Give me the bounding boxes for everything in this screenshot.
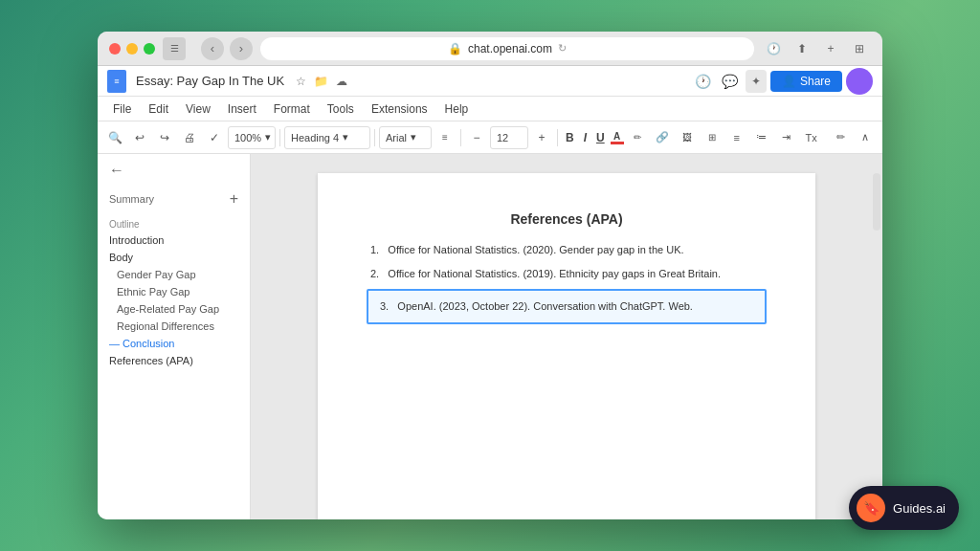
activity-icon[interactable]: 🕐 [692, 70, 715, 93]
divider-1 [279, 129, 280, 146]
divider-2 [374, 129, 375, 146]
extensions-icon[interactable]: ⊞ [848, 37, 871, 60]
star-icon[interactable]: ☆ [294, 73, 308, 90]
outline-title: Outline [98, 215, 250, 231]
indent-btn[interactable]: ⇥ [775, 126, 798, 149]
sidebar-header: Summary + [98, 187, 250, 215]
document-area[interactable]: References (APA) 1. Office for National … [251, 154, 882, 519]
docs-tab-bar: ≡ Essay: Pay Gap In The UK ☆ 📁 ☁ 🕐 💬 ✦ 👤… [98, 66, 882, 97]
close-button[interactable] [109, 43, 121, 55]
style-dropdown[interactable]: Heading 4 ▾ [284, 126, 370, 149]
cloud-save-icon[interactable]: ☁ [334, 73, 349, 90]
outline-ethnic-pay-gap[interactable]: Ethnic Pay Gap [98, 283, 250, 300]
spellcheck-btn[interactable]: ✓ [203, 126, 226, 149]
menu-extensions[interactable]: Extensions [364, 99, 435, 119]
image-btn[interactable]: 🖼 [676, 126, 699, 149]
add-section-btn[interactable]: + [230, 190, 238, 208]
toolbar: 🔍 ↩ ↪ 🖨 ✓ 100% ▾ Heading 4 ▾ Arial ▾ ≡ −… [98, 121, 882, 154]
scrollbar[interactable] [873, 173, 880, 231]
underline-btn[interactable]: U [592, 129, 609, 146]
divider-3 [460, 129, 461, 146]
outline-age-related-pay-gap[interactable]: Age-Related Pay Gap [98, 300, 250, 318]
redo-btn[interactable]: ↪ [153, 126, 176, 149]
user-avatar[interactable] [846, 68, 873, 95]
gemini-icon[interactable]: ✦ [746, 70, 767, 93]
outline-introduction[interactable]: Introduction [98, 231, 250, 249]
decrease-font-btn[interactable]: − [465, 126, 488, 149]
collapse-btn[interactable]: ∧ [854, 126, 877, 149]
menu-tools[interactable]: Tools [320, 99, 362, 119]
undo-btn[interactable]: ↩ [128, 126, 151, 149]
doc-title: Essay: Pay Gap In The UK [136, 74, 284, 88]
outline-body[interactable]: Body [98, 249, 250, 266]
traffic-lights [109, 43, 155, 55]
outline-conclusion[interactable]: Conclusion [98, 335, 250, 352]
menu-insert[interactable]: Insert [220, 99, 264, 119]
align-btn[interactable]: ≡ [725, 126, 748, 149]
forward-button[interactable]: › [230, 37, 253, 60]
reference-3-highlighted: 3. OpenAI. (2023, October 22). Conversat… [367, 289, 767, 324]
menu-bar: File Edit View Insert Format Tools Exten… [98, 97, 882, 121]
history-icon[interactable]: 🕐 [762, 37, 785, 60]
font-color-btn[interactable]: A [611, 131, 624, 144]
font-size-dropdown[interactable]: 12 [490, 126, 528, 149]
chat-icon[interactable]: 💬 [719, 70, 742, 93]
bold-btn[interactable]: B [562, 129, 578, 146]
guides-widget[interactable]: 🔖 Guides.ai [849, 486, 959, 530]
increase-font-btn[interactable]: + [530, 126, 553, 149]
zoom-dropdown[interactable]: 100% ▾ [228, 126, 276, 149]
main-area: ← Summary + Outline Introduction Body Ge… [98, 154, 882, 519]
sidebar: ← Summary + Outline Introduction Body Ge… [98, 154, 251, 519]
maximize-button[interactable] [144, 43, 155, 55]
browser-titlebar: ☰ ‹ › 🔒 chat.openai.com ↻ 🕐 ⬆ + ⊞ [98, 32, 882, 66]
outline-gender-pay-gap[interactable]: Gender Pay Gap [98, 266, 250, 283]
reference-1: 1. Office for National Statistics. (2020… [370, 242, 763, 258]
document-page: References (APA) 1. Office for National … [318, 173, 815, 519]
italic-btn[interactable]: I [580, 129, 590, 146]
editing-mode-btn[interactable]: ✏ [829, 126, 852, 149]
outline-regional-differences[interactable]: Regional Differences [98, 318, 250, 335]
guides-icon: 🔖 [857, 494, 885, 522]
menu-edit[interactable]: Edit [141, 99, 176, 119]
list-btn[interactable]: ≔ [750, 126, 773, 149]
font-dropdown[interactable]: Arial ▾ [379, 126, 432, 149]
reference-2: 2. Office for National Statistics. (2019… [370, 266, 763, 282]
search-toolbar-btn[interactable]: 🔍 [103, 126, 126, 149]
references-heading: References (APA) [370, 211, 763, 227]
menu-view[interactable]: View [178, 99, 218, 119]
new-tab-icon[interactable]: + [819, 37, 842, 60]
link-btn[interactable]: 🔗 [651, 126, 674, 149]
share-icon: 👤 [782, 75, 796, 88]
sidebar-toggle-icon[interactable]: ☰ [163, 37, 186, 60]
browser-actions: 🕐 ⬆ + ⊞ [762, 37, 871, 60]
outline-references[interactable]: References (APA) [98, 352, 250, 369]
guides-label: Guides.ai [893, 501, 946, 516]
folder-icon[interactable]: 📁 [312, 73, 330, 90]
table-btn[interactable]: ⊞ [701, 126, 724, 149]
docs-logo: ≡ [107, 70, 126, 93]
address-bar[interactable]: 🔒 chat.openai.com ↻ [260, 37, 754, 60]
share-button[interactable]: 👤 Share [770, 71, 842, 92]
menu-format[interactable]: Format [266, 99, 318, 119]
back-button[interactable]: ‹ [201, 37, 224, 60]
highlight-btn[interactable]: ✏ [626, 126, 649, 149]
url-text: chat.openai.com [468, 42, 552, 55]
font-more-btn[interactable]: ≡ [434, 126, 457, 149]
clear-format-btn[interactable]: Tx [800, 126, 823, 149]
back-arrow[interactable]: ← [98, 154, 250, 187]
menu-file[interactable]: File [105, 99, 139, 119]
security-icon: 🔒 [448, 42, 462, 55]
share-browser-icon[interactable]: ⬆ [791, 37, 813, 60]
minimize-button[interactable] [126, 43, 138, 55]
print-btn[interactable]: 🖨 [178, 126, 201, 149]
browser-nav: ‹ › [201, 37, 253, 60]
menu-help[interactable]: Help [437, 99, 477, 119]
browser-window: ☰ ‹ › 🔒 chat.openai.com ↻ 🕐 ⬆ + ⊞ ≡ Essa… [98, 32, 882, 519]
sidebar-section-label: Summary [109, 193, 154, 205]
refresh-icon[interactable]: ↻ [558, 42, 567, 55]
divider-4 [557, 129, 558, 146]
doc-title-icons: ☆ 📁 ☁ [294, 73, 349, 90]
